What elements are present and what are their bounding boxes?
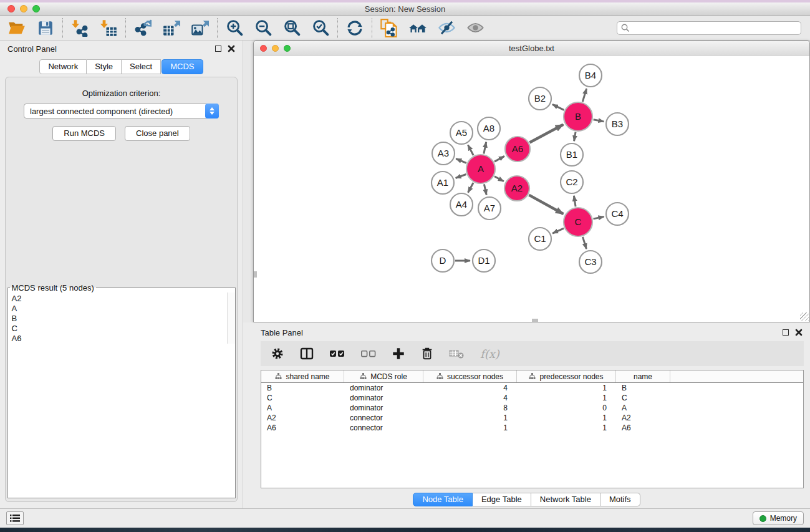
table-row[interactable]: A6connector11A6	[261, 423, 803, 433]
table-cell[interactable]: B	[261, 384, 344, 392]
table-cell[interactable]: dominator	[344, 384, 423, 392]
mcds-result-list[interactable]: A2ABCA6	[8, 293, 235, 344]
task-history-button[interactable]	[6, 511, 24, 525]
table-cell[interactable]: 1	[423, 414, 517, 422]
open-session-icon[interactable]	[7, 19, 26, 37]
table-row[interactable]: Bdominator41B	[261, 383, 803, 393]
zoom-in-icon[interactable]	[225, 19, 244, 37]
export-network-icon[interactable]	[133, 19, 152, 37]
memory-button[interactable]: Memory	[753, 511, 804, 525]
tab-node-table[interactable]: Node Table	[413, 493, 473, 506]
close-table-panel-icon[interactable]	[795, 329, 803, 336]
graph-edge[interactable]	[552, 104, 564, 110]
result-scrollbar[interactable]	[227, 293, 235, 344]
table-cell[interactable]: A2	[261, 414, 344, 422]
graph-edge[interactable]	[494, 156, 504, 162]
mcds-result-item[interactable]: C	[12, 324, 235, 334]
table-row[interactable]: Cdominator41C	[261, 393, 803, 403]
apply-layout-icon[interactable]	[345, 19, 364, 37]
import-table-icon[interactable]	[99, 19, 118, 37]
table-cell[interactable]: A6	[616, 423, 670, 432]
tab-motifs[interactable]: Motifs	[600, 493, 640, 506]
tab-select[interactable]: Select	[122, 59, 161, 74]
table-row[interactable]: A2connector11A2	[261, 413, 803, 423]
graph-edge[interactable]	[468, 145, 473, 155]
table-cell[interactable]: A6	[261, 423, 344, 432]
hide-graphics-details-icon[interactable]	[437, 19, 456, 37]
function-builder-icon[interactable]: f(x)	[480, 347, 499, 360]
delete-row-icon[interactable]	[420, 347, 434, 360]
mcds-result-item[interactable]: A6	[12, 334, 235, 344]
table-cell[interactable]: A	[261, 404, 344, 412]
column-header-successor-nodes[interactable]: successor nodes	[423, 370, 517, 382]
table-cell[interactable]: 1	[517, 394, 616, 402]
graph-edge[interactable]	[594, 120, 604, 122]
table-cell[interactable]: 1	[517, 423, 616, 432]
column-header-shared-name[interactable]: shared name	[261, 370, 344, 382]
column-header-name[interactable]: name	[616, 370, 670, 382]
table-cell[interactable]: 8	[423, 404, 517, 412]
graph-edge[interactable]	[529, 195, 563, 214]
mcds-result-item[interactable]: B	[12, 314, 235, 324]
search-field[interactable]	[617, 21, 801, 35]
table-row[interactable]: Adominator80A	[261, 403, 803, 413]
graph-edge[interactable]	[574, 132, 576, 142]
table-body[interactable]: Bdominator41BCdominator41CAdominator80AA…	[261, 383, 803, 433]
graph-edge[interactable]	[529, 125, 563, 143]
table-cell[interactable]: dominator	[344, 394, 423, 402]
table-cell[interactable]: connector	[344, 414, 423, 422]
search-input[interactable]	[630, 24, 801, 32]
export-table-icon[interactable]	[162, 19, 181, 37]
table-cell[interactable]: dominator	[344, 404, 423, 412]
graph-edge[interactable]	[582, 89, 586, 102]
tab-mcds[interactable]: MCDS	[162, 59, 203, 74]
import-network-icon[interactable]	[70, 19, 89, 37]
table-cell[interactable]: 1	[423, 423, 517, 432]
table-cell[interactable]: A2	[616, 414, 670, 422]
graph-edge[interactable]	[552, 228, 564, 233]
graph-edge[interactable]	[484, 184, 486, 195]
network-from-file-icon[interactable]	[380, 19, 398, 37]
tab-style[interactable]: Style	[87, 59, 122, 74]
float-panel-icon[interactable]	[215, 46, 221, 52]
table-cell[interactable]: 1	[517, 414, 616, 422]
graph-edge[interactable]	[468, 183, 474, 193]
save-session-icon[interactable]	[36, 19, 55, 37]
mcds-result-item[interactable]: A	[12, 304, 235, 314]
column-header-mcds-role[interactable]: MCDS role	[344, 370, 423, 382]
table-options-icon[interactable]	[271, 347, 284, 360]
show-all-networks-icon[interactable]	[408, 19, 427, 37]
network-canvas[interactable]: B4B2BB3A8A5A6A3B1AA1C2A2A4A7C4CC1C3DD1	[254, 56, 809, 322]
run-mcds-button[interactable]: Run MCDS	[52, 126, 116, 141]
select-all-icon[interactable]	[329, 349, 345, 359]
delete-table-icon[interactable]	[449, 348, 465, 359]
table-cell[interactable]: C	[261, 394, 344, 402]
table-cell[interactable]: 4	[423, 384, 517, 392]
table-cell[interactable]: 1	[517, 384, 616, 392]
graph-edge[interactable]	[456, 175, 466, 178]
show-column-icon[interactable]	[299, 346, 314, 361]
table-cell[interactable]: 0	[517, 404, 616, 412]
column-header-predecessor-nodes[interactable]: predecessor nodes	[517, 370, 616, 382]
unselect-all-icon[interactable]	[360, 349, 377, 359]
zoom-fit-icon[interactable]	[282, 19, 301, 37]
table-cell[interactable]: 4	[423, 394, 517, 402]
tab-network-table[interactable]: Network Table	[531, 493, 600, 506]
tab-network[interactable]: Network	[39, 59, 87, 74]
mcds-result-item[interactable]: A2	[12, 294, 235, 304]
tab-edge-table[interactable]: Edge Table	[473, 493, 531, 506]
resize-grip-icon[interactable]	[800, 312, 809, 321]
graph-edge[interactable]	[494, 177, 504, 181]
close-panel-icon[interactable]	[228, 45, 235, 52]
criterion-dropdown[interactable]: largest connected component (directed)	[24, 104, 219, 118]
float-table-panel-icon[interactable]	[783, 329, 789, 336]
graph-edge[interactable]	[594, 216, 604, 219]
graph-edge[interactable]	[456, 159, 466, 163]
close-panel-button[interactable]: Close panel	[125, 126, 190, 141]
graph-edge[interactable]	[583, 237, 587, 249]
export-image-icon[interactable]	[191, 19, 210, 37]
zoom-selected-icon[interactable]	[311, 19, 330, 37]
table-cell[interactable]: A	[616, 404, 670, 412]
table-cell[interactable]: B	[616, 384, 670, 392]
graph-edge[interactable]	[484, 142, 486, 154]
